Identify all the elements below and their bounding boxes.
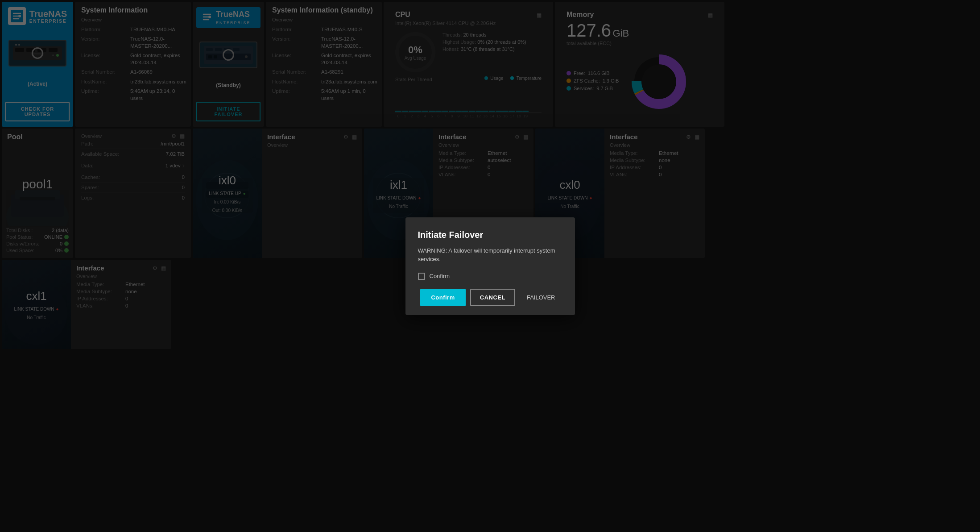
initiate-failover-modal: Initiate Failover WARNING: A failover wi… xyxy=(405,217,575,315)
confirm-checkbox[interactable] xyxy=(418,273,425,280)
confirm-checkbox-label: Confirm xyxy=(430,273,450,279)
modal-warning: WARNING: A failover will temporarily int… xyxy=(418,246,562,264)
modal-cancel-button[interactable]: CANCEL xyxy=(470,289,515,306)
modal-confirm-row: Confirm xyxy=(418,273,562,280)
modal-confirm-button[interactable]: Confirm xyxy=(420,289,465,306)
modal-title: Initiate Failover xyxy=(418,230,562,240)
modal-failover-button[interactable]: FAILOVER xyxy=(520,289,562,306)
modal-actions: Confirm CANCEL FAILOVER xyxy=(418,289,562,306)
modal-overlay: Initiate Failover WARNING: A failover wi… xyxy=(0,0,980,532)
